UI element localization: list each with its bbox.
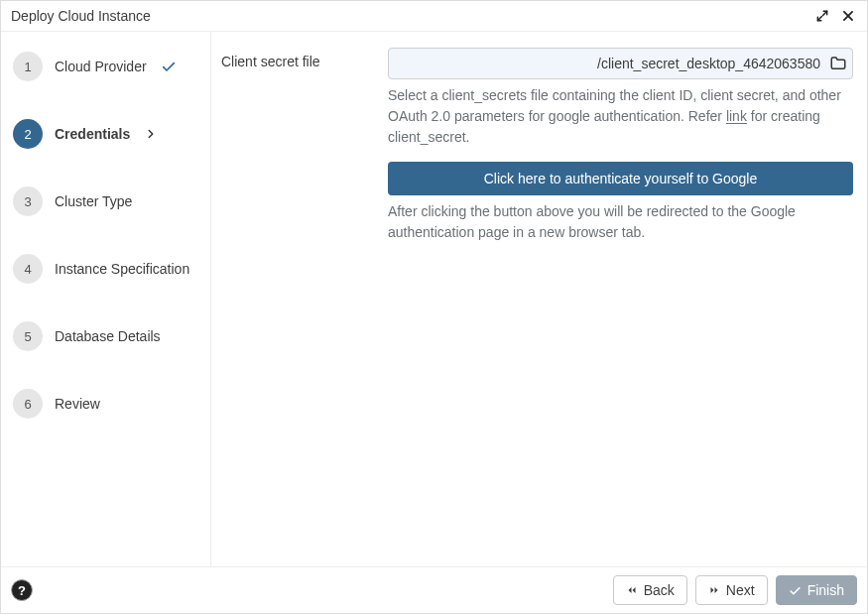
dialog-footer: ? Back Next Finish: [1, 566, 867, 613]
field-input-column: /client_secret_desktop_4642063580 Select…: [388, 48, 857, 566]
step-number-badge: 4: [13, 254, 43, 284]
footer-right: Back Next Finish: [613, 575, 857, 605]
step-instance-specification[interactable]: 4 Instance Specification: [9, 248, 202, 290]
client-secret-file-input[interactable]: /client_secret_desktop_4642063580: [388, 48, 853, 79]
content-area: Client secret file /client_secret_deskto…: [211, 32, 867, 566]
folder-icon[interactable]: [824, 55, 852, 72]
step-label: Credentials: [55, 126, 130, 142]
step-cloud-provider[interactable]: 1 Cloud Provider: [9, 46, 202, 87]
help-icon[interactable]: ?: [11, 579, 33, 601]
next-button-label: Next: [726, 582, 755, 598]
client-secret-help-text: Select a client_secrets file containing …: [388, 85, 853, 148]
field-label-column: Client secret file: [221, 48, 370, 566]
close-icon[interactable]: [839, 7, 857, 25]
check-icon: [789, 584, 802, 597]
step-number-badge: 3: [13, 186, 43, 216]
double-chevron-right-icon: [708, 584, 720, 596]
help-link[interactable]: link: [726, 108, 747, 124]
dialog-body: 1 Cloud Provider 2 Credentials 3 Cluster…: [1, 32, 867, 566]
step-label: Review: [55, 396, 100, 412]
deploy-cloud-instance-dialog: Deploy Cloud Instance 1 Cloud Provider 2…: [0, 0, 868, 614]
next-button[interactable]: Next: [695, 575, 768, 605]
check-icon: [161, 59, 177, 74]
chevron-right-icon: [144, 127, 158, 141]
dialog-header-actions: [813, 7, 857, 25]
auth-help-text: After clicking the button above you will…: [388, 201, 853, 243]
dialog-header: Deploy Cloud Instance: [1, 1, 867, 32]
step-number-badge: 2: [13, 119, 43, 149]
step-review[interactable]: 6 Review: [9, 383, 202, 425]
authenticate-google-button[interactable]: Click here to authenticate yourself to G…: [388, 162, 853, 195]
client-secret-file-value: /client_secret_desktop_4642063580: [389, 56, 824, 71]
step-label: Instance Specification: [55, 261, 189, 277]
step-label: Database Details: [55, 328, 161, 344]
step-number-badge: 6: [13, 389, 43, 419]
step-label: Cloud Provider: [55, 59, 147, 74]
step-number-badge: 1: [13, 52, 43, 81]
finish-button-label: Finish: [807, 582, 844, 598]
step-number-badge: 5: [13, 321, 43, 351]
step-credentials[interactable]: 2 Credentials: [9, 113, 202, 155]
back-button-label: Back: [644, 582, 675, 598]
dialog-title: Deploy Cloud Instance: [11, 8, 151, 24]
back-button[interactable]: Back: [613, 575, 687, 605]
finish-button[interactable]: Finish: [776, 575, 857, 605]
footer-left: ?: [11, 579, 33, 601]
double-chevron-left-icon: [626, 584, 638, 596]
client-secret-file-label: Client secret file: [221, 54, 370, 69]
step-cluster-type[interactable]: 3 Cluster Type: [9, 181, 202, 222]
step-label: Cluster Type: [55, 193, 132, 209]
step-database-details[interactable]: 5 Database Details: [9, 315, 202, 357]
wizard-sidebar: 1 Cloud Provider 2 Credentials 3 Cluster…: [1, 32, 211, 566]
expand-icon[interactable]: [813, 7, 831, 25]
